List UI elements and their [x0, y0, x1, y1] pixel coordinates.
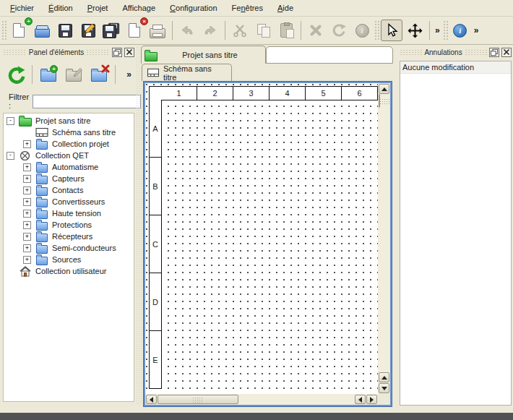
vertical-scroll-thumb[interactable]: [379, 94, 380, 108]
edit-element-button[interactable]: [62, 64, 85, 85]
rotate-button[interactable]: [328, 20, 350, 41]
copy-button[interactable]: [252, 20, 274, 41]
tree-item-protections[interactable]: + Protections: [4, 219, 134, 231]
dock-float-button[interactable]: [489, 48, 499, 57]
undo-history-list[interactable]: Aucune modification: [400, 61, 512, 406]
about-qet-button[interactable]: [449, 20, 471, 41]
tree-item-recepteurs[interactable]: + Récepteurs: [4, 231, 134, 242]
expander-icon[interactable]: +: [23, 233, 31, 241]
panel-overflow-button[interactable]: »: [125, 69, 133, 80]
new-element-button[interactable]: [37, 64, 60, 85]
dock-float-button[interactable]: [112, 48, 122, 57]
tree-item-collection-qet[interactable]: - Collection QET: [4, 150, 134, 161]
select-tool-button[interactable]: [381, 20, 402, 41]
column-header: 2: [197, 86, 233, 100]
toolbar-drag-handle[interactable]: [1, 20, 7, 40]
save-all-icon: [101, 20, 121, 40]
tree-item-collection-utilisateur[interactable]: Collection utilisateur: [4, 265, 134, 277]
schema-icon: [35, 127, 48, 138]
tree-item-collection-projet[interactable]: + Collection projet: [4, 138, 134, 150]
horizontal-scroll-track[interactable]: [239, 395, 354, 404]
toolbar-drag-handle[interactable]: [374, 20, 379, 40]
toolbar-drag-handle[interactable]: [443, 20, 448, 40]
tree-item-semi-conducteurs[interactable]: + Semi-conducteurs: [4, 242, 134, 254]
scrollbar-corner: [378, 394, 390, 405]
menu-configuration[interactable]: Configuration: [163, 1, 224, 14]
tree-item-label: Projet sans titre: [35, 116, 90, 125]
dock-close-button[interactable]: [501, 48, 512, 57]
tree-item-sources[interactable]: + Sources: [4, 254, 134, 265]
tree-item-contacts[interactable]: + Contacts: [4, 184, 134, 196]
expander-icon[interactable]: -: [7, 152, 14, 160]
expander-icon[interactable]: +: [23, 244, 31, 252]
menu-affichage[interactable]: Affichage: [115, 1, 163, 14]
undo-button[interactable]: [176, 20, 198, 41]
tree-item-capteurs[interactable]: + Capteurs: [4, 173, 134, 184]
expander-icon[interactable]: +: [23, 175, 31, 183]
toolbar-overflow-button[interactable]: »: [473, 25, 480, 35]
expander-icon[interactable]: +: [23, 198, 31, 206]
dock-close-button[interactable]: [124, 48, 134, 57]
diagram-canvas[interactable]: 1 2 3 4 5 6 A B C D E: [145, 83, 378, 394]
scroll-up-button[interactable]: [379, 372, 389, 382]
elements-panel-titlebar[interactable]: Panel d'éléments: [1, 46, 136, 58]
delete-element-button[interactable]: [87, 64, 111, 85]
expander-icon[interactable]: +: [23, 221, 31, 229]
reload-collections-button[interactable]: [4, 64, 27, 85]
undo-panel-titlebar[interactable]: Annulations: [398, 46, 513, 58]
delete-button[interactable]: [305, 20, 327, 41]
new-document-button[interactable]: [8, 20, 30, 41]
close-file-button[interactable]: [124, 20, 145, 41]
expander-icon[interactable]: +: [23, 187, 31, 194]
paste-button[interactable]: [275, 20, 297, 41]
tree-item-schema-sans-titre[interactable]: Schéma sans titre: [4, 127, 134, 138]
cut-button[interactable]: [229, 20, 251, 41]
move-tool-button[interactable]: [404, 20, 426, 41]
folder-icon: [35, 242, 48, 254]
row-header: C: [149, 215, 162, 273]
redo-button[interactable]: [199, 20, 221, 41]
open-project-button[interactable]: [31, 20, 53, 41]
expander-icon[interactable]: -: [7, 117, 14, 125]
vertical-scroll-track[interactable]: [379, 95, 389, 372]
menu-edition[interactable]: Édition: [41, 1, 80, 14]
tab-projet-sans-titre[interactable]: Projet sans titre: [141, 46, 266, 64]
save-button[interactable]: [54, 20, 76, 41]
project-tab-label: Projet sans titre: [158, 51, 262, 59]
print-button[interactable]: [147, 20, 168, 41]
scroll-left-button[interactable]: [146, 395, 157, 404]
scroll-up-button[interactable]: [379, 84, 389, 94]
undo-icon: [180, 23, 194, 38]
tree-item-automatisme[interactable]: + Automatisme: [4, 161, 134, 173]
scroll-left-button[interactable]: [355, 395, 366, 404]
menu-aide[interactable]: Aide: [270, 1, 301, 14]
diagram-view[interactable]: 1 2 3 4 5 6 A B C D E: [144, 82, 392, 406]
menu-fenetres[interactable]: Fenêtres: [225, 1, 270, 14]
arrow-up-icon: [381, 87, 387, 91]
scroll-down-button[interactable]: [379, 383, 389, 393]
tree-item-convertisseurs[interactable]: + Convertisseurs: [4, 196, 134, 207]
expander-icon[interactable]: +: [23, 163, 31, 171]
tree-item-projet-sans-titre[interactable]: - Projet sans titre: [4, 115, 134, 127]
save-all-button[interactable]: [100, 20, 122, 41]
tree-item-haute-tension[interactable]: + Haute tension: [4, 207, 134, 219]
tab-schema-sans-titre[interactable]: Schéma sans titre: [142, 64, 232, 81]
expander-icon[interactable]: +: [23, 140, 31, 148]
horizontal-scrollbar[interactable]: [145, 394, 378, 405]
expander-icon[interactable]: +: [23, 256, 31, 264]
scroll-right-button[interactable]: [366, 395, 377, 404]
expander-icon[interactable]: +: [23, 210, 31, 218]
close-icon: [126, 48, 133, 56]
undo-list-item[interactable]: Aucune modification: [400, 61, 511, 74]
toolbar-overflow-button[interactable]: »: [434, 25, 441, 35]
filter-input[interactable]: [33, 95, 141, 108]
arrow-down-icon: [381, 387, 387, 390]
rotate-icon: [332, 23, 346, 38]
menu-fichier[interactable]: Fichier: [3, 1, 41, 14]
horizontal-scroll-thumb[interactable]: [158, 395, 238, 404]
element-info-button[interactable]: [351, 20, 373, 41]
vertical-scrollbar[interactable]: [378, 83, 390, 394]
menu-projet[interactable]: Projet: [80, 1, 116, 14]
move-arrows-icon: [408, 23, 423, 38]
save-as-button[interactable]: [77, 20, 99, 41]
